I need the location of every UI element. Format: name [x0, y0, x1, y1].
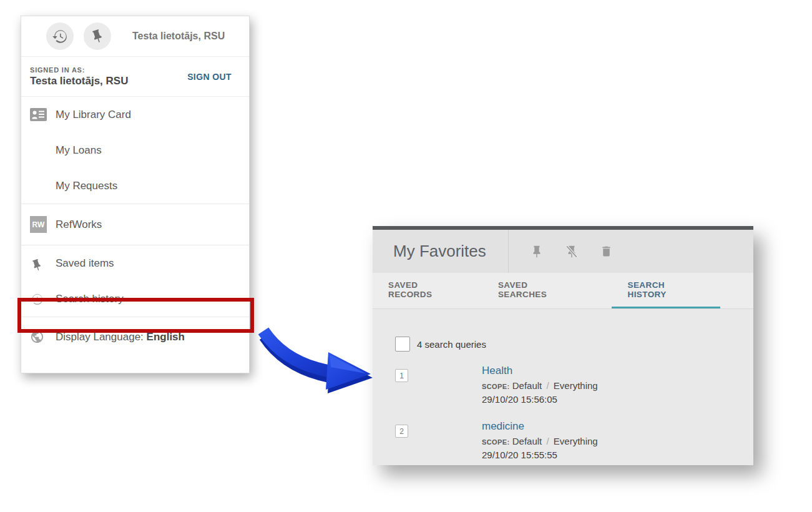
favorites-tabs: SAVED RECORDS SAVED SEARCHES SEARCH HIST… [373, 273, 753, 309]
menu-item-label: Search history [56, 293, 124, 305]
globe-icon [30, 330, 55, 344]
page-canvas: Testa lietotājs, RSU SIGNED IN AS: Testa… [0, 0, 812, 512]
library-card-icon [30, 108, 55, 122]
menu-item-label: Saved items [56, 257, 114, 270]
pin-button[interactable] [527, 242, 546, 261]
unpin-icon [565, 245, 579, 258]
query-link[interactable]: Health [482, 365, 512, 377]
history-icon [30, 292, 55, 306]
select-all-checkbox[interactable] [395, 337, 410, 352]
signed-in-as-label: SIGNED IN AS: [30, 66, 128, 74]
trash-icon [600, 245, 613, 258]
menu-item-display-language[interactable]: Display Language: English [21, 317, 249, 357]
query-link[interactable]: medicine [482, 420, 524, 433]
user-name-display: Testa lietotājs, RSU [132, 31, 225, 42]
menu-item-my-library-card[interactable]: My Library Card [21, 97, 249, 132]
select-all-row: 4 search queries [395, 337, 753, 352]
query-scope: SCOPE: Default / Everything [482, 436, 753, 446]
tab-saved-records[interactable]: SAVED RECORDS [387, 273, 464, 308]
query-timestamp: 29/10/20 15:55:55 [482, 450, 753, 460]
menu-item-label: RefWorks [56, 219, 102, 231]
search-query-row: 1 Health SCOPE: Default / Everything 29/… [395, 365, 753, 407]
tab-saved-searches[interactable]: SAVED SEARCHES [497, 273, 579, 308]
user-menu-panel: Testa lietotājs, RSU SIGNED IN AS: Testa… [21, 16, 250, 373]
pin-icon [88, 27, 107, 46]
refworks-badge: RW [30, 216, 55, 233]
search-query-row: 2 medicine SCOPE: Default / Everything 2… [395, 420, 753, 463]
favorites-header: My Favorites [373, 230, 753, 273]
saved-items-circle-button[interactable] [84, 22, 111, 50]
signed-in-section: SIGNED IN AS: Testa lietotājs, RSU SIGN … [21, 57, 249, 97]
pin-icon [29, 253, 57, 273]
query-index-box[interactable]: 1 [395, 369, 408, 382]
signed-in-name: Testa lietotājs, RSU [30, 75, 128, 87]
pin-icon [530, 245, 544, 258]
search-history-circle-button[interactable] [46, 22, 74, 50]
header-divider [508, 230, 509, 273]
menu-item-my-requests[interactable]: My Requests [21, 168, 249, 204]
history-icon [52, 28, 68, 44]
display-language-value: English [147, 331, 185, 343]
query-timestamp: 29/10/20 15:56:05 [482, 394, 753, 405]
query-index-box[interactable]: 2 [395, 425, 408, 438]
sign-out-button[interactable]: SIGN OUT [187, 72, 232, 82]
search-history-content: 4 search queries 1 Health SCOPE: Default… [373, 309, 753, 463]
query-scope: SCOPE: Default / Everything [482, 380, 753, 391]
tab-search-history[interactable]: SEARCH HISTORY [612, 273, 720, 308]
unpin-button[interactable] [562, 242, 581, 261]
delete-button[interactable] [597, 242, 615, 260]
menu-item-label: Display Language: English [56, 331, 185, 343]
user-menu-header: Testa lietotājs, RSU [21, 16, 249, 57]
menu-item-my-loans[interactable]: My Loans [21, 132, 249, 168]
menu-item-label: My Library Card [56, 109, 131, 121]
page-title: My Favorites [393, 242, 486, 261]
blue-arrow-annotation [248, 312, 379, 403]
menu-item-search-history[interactable]: Search history [21, 281, 249, 317]
query-count-label: 4 search queries [417, 339, 486, 350]
menu-item-saved-items[interactable]: Saved items [21, 245, 249, 281]
my-favorites-panel: My Favorites SAVED RECORDS SAVED SEARCHE… [373, 226, 753, 465]
menu-item-label: My Requests [56, 180, 117, 192]
menu-item-refworks[interactable]: RW RefWorks [21, 204, 249, 245]
menu-item-label: My Loans [56, 144, 102, 157]
